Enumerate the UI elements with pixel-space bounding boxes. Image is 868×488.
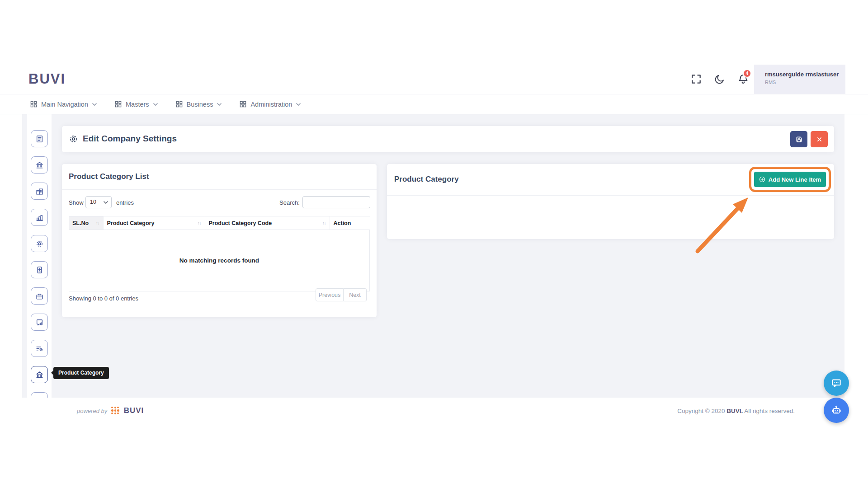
fullscreen-icon[interactable] (691, 74, 702, 84)
sidebar-partial-hidden-icon[interactable] (31, 392, 48, 398)
table-controls: Show 10 entries Search: (62, 196, 377, 209)
product-category-list-card: Product Category List Show 10 entries Se… (62, 164, 377, 317)
list-card-title: Product Category List (69, 172, 149, 181)
sidebar-list-settings-icon[interactable] (31, 340, 48, 357)
column-header-slno[interactable]: SL.No↑↓ (69, 216, 103, 230)
highlight-ring-annotation (749, 167, 831, 192)
app-header: BUVI 4 rmsuserguide rmslastuser RMS (0, 65, 868, 94)
nav-label: Administration (250, 101, 292, 108)
previous-page-button[interactable]: Previous (316, 288, 344, 301)
detail-card-title: Product Category (394, 175, 459, 183)
user-menu[interactable]: rmsuserguide rmslastuser RMS (754, 65, 845, 94)
grid-icon (115, 101, 122, 108)
sidebar-product-category-bank-icon[interactable] (31, 366, 48, 383)
chevron-down-icon (296, 103, 301, 106)
show-label: Show (69, 199, 84, 206)
notifications-bell-icon[interactable]: 4 (738, 74, 749, 84)
buvi-dots-logo-icon (111, 407, 120, 415)
entries-summary: Showing 0 to 0 of 0 entries (69, 295, 138, 302)
powered-by: powered by BUVI (77, 406, 144, 415)
sidebar-gear-icon[interactable] (31, 235, 48, 252)
settings-gear-icon (69, 134, 78, 144)
product-category-detail-card: Product Category Add New Line Item (387, 164, 834, 239)
notification-count-badge: 4 (743, 69, 751, 78)
column-label: SL.No (72, 220, 89, 226)
robot-icon (830, 404, 842, 416)
sidebar-device-plus-icon[interactable] (31, 261, 48, 278)
main-menubar: Main Navigation Masters Business Adminis… (0, 94, 868, 114)
column-label: Product Category (107, 220, 155, 226)
app-window: BUVI 4 rmsuserguide rmslastuser RMS (0, 0, 868, 488)
empty-line-items-row (387, 196, 834, 209)
nav-masters[interactable]: Masters (115, 101, 158, 108)
nav-label: Masters (126, 101, 149, 108)
user-role: RMS (765, 80, 845, 85)
sidebar-briefcase-icon[interactable] (31, 287, 48, 305)
sort-icon: ↑↓ (322, 221, 326, 225)
search-input[interactable] (302, 196, 370, 208)
sidebar-buildings-icon[interactable] (31, 183, 48, 200)
sidebar-bank-icon[interactable] (31, 156, 48, 174)
page-header-card: Edit Company Settings (62, 126, 834, 152)
next-page-button[interactable]: Next (344, 288, 367, 301)
column-header-product-category[interactable]: Product Category↑↓ (103, 216, 205, 230)
copyright-text: Copyright © 2020 BUVI. All rights reserv… (677, 408, 795, 414)
assistant-bot-button[interactable] (824, 398, 849, 423)
list-card-header: Product Category List (62, 164, 377, 190)
column-label: Action (334, 220, 351, 226)
nav-business[interactable]: Business (176, 101, 222, 108)
save-button[interactable] (790, 131, 807, 147)
copyright-prefix: Copyright © 2020 (677, 408, 726, 414)
sort-icon: ↑↓ (96, 221, 99, 225)
tooltip-label: Product Category (58, 370, 104, 376)
close-x-icon (816, 136, 823, 143)
chevron-down-icon (153, 103, 158, 106)
page-size-value: 10 (90, 199, 96, 205)
sort-icon: ↑↓ (198, 221, 201, 225)
page-size-select[interactable]: 10 (85, 196, 112, 208)
chat-bubble-icon (830, 377, 842, 389)
search-label: Search: (279, 199, 300, 206)
buvi-logo: BUVI (28, 71, 66, 87)
chevron-down-icon (104, 201, 108, 204)
copyright-brand: BUVI. (726, 408, 743, 414)
product-category-table: SL.No↑↓ Product Category↑↓ Product Categ… (69, 216, 370, 230)
icon-sidebar (27, 114, 52, 398)
pagination: Previous Next (316, 288, 367, 301)
powered-by-label: powered by (77, 408, 107, 414)
sidebar-bar-chart-icon[interactable] (31, 209, 48, 226)
empty-message: No matching records found (179, 257, 259, 264)
tooltip-arrow (51, 371, 53, 375)
chat-widget-button[interactable] (824, 371, 849, 396)
nav-main-navigation[interactable]: Main Navigation (30, 101, 97, 108)
grid-icon (240, 101, 246, 108)
nav-label: Business (187, 101, 213, 108)
page-title: Edit Company Settings (83, 134, 177, 144)
dark-mode-moon-icon[interactable] (714, 74, 725, 84)
copyright-rights: All rights reserved. (743, 408, 795, 414)
sidebar-document-lines-icon[interactable] (31, 130, 48, 147)
empty-table-body: No matching records found (69, 230, 370, 291)
column-header-product-category-code[interactable]: Product Category Code↑↓ (205, 216, 330, 230)
close-button[interactable] (811, 131, 828, 147)
grid-icon (30, 101, 37, 108)
nav-administration[interactable]: Administration (240, 101, 301, 108)
sidebar-tooltip: Product Category (53, 367, 109, 379)
footer-brand: BUVI (124, 406, 144, 415)
chevron-down-icon (217, 103, 222, 106)
sidebar-message-settings-icon[interactable] (31, 314, 48, 331)
user-name: rmsuserguide rmslastuser (765, 71, 845, 78)
save-floppy-icon (795, 136, 803, 143)
entries-label: entries (116, 199, 134, 206)
nav-label: Main Navigation (41, 101, 88, 108)
column-header-action: Action (330, 216, 370, 230)
grid-icon (176, 101, 183, 108)
page-footer: powered by BUVI Copyright © 2020 BUVI. A… (0, 398, 868, 423)
chevron-down-icon (92, 103, 97, 106)
column-label: Product Category Code (209, 220, 272, 226)
